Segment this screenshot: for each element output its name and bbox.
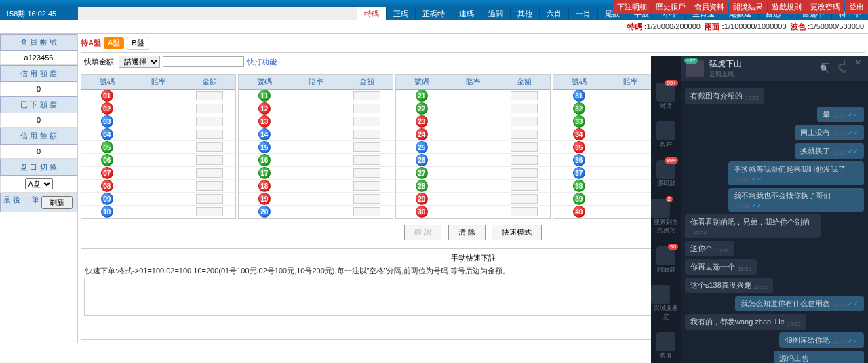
amount-input[interactable] (511, 207, 538, 216)
amount-input[interactable] (196, 194, 223, 204)
topnav-link[interactable]: 下注明細 (613, 0, 651, 14)
number-row[interactable]: 13 (239, 115, 393, 128)
amount-input[interactable] (196, 155, 223, 165)
amount-input[interactable] (196, 207, 223, 216)
ball-16[interactable]: 16 (258, 154, 271, 166)
amount-input[interactable] (511, 142, 538, 152)
fast-mode-button[interactable]: 快速模式 (492, 225, 542, 240)
number-row[interactable]: 27 (396, 167, 550, 180)
number-row[interactable]: 26 (396, 154, 550, 167)
confirm-button[interactable]: 確 認 (404, 225, 441, 240)
ball-12[interactable]: 12 (258, 102, 271, 115)
amount-input[interactable] (353, 117, 380, 126)
quickplay-link[interactable]: 快打功能 (247, 57, 277, 67)
number-row[interactable]: 06 (81, 154, 235, 167)
topnav-link[interactable]: 遊戲規則 (768, 0, 806, 14)
ball-37[interactable]: 37 (573, 167, 585, 179)
quickfill-input[interactable] (163, 56, 244, 67)
amount-input[interactable] (511, 104, 538, 113)
avatar[interactable]: +27 (686, 60, 704, 77)
ball-30[interactable]: 30 (416, 206, 428, 218)
minimize-icon[interactable]: — (822, 58, 829, 67)
number-row[interactable]: 28 (396, 180, 550, 193)
number-row[interactable]: 02 (81, 102, 235, 115)
ball-04[interactable]: 04 (101, 128, 113, 140)
topnav-link[interactable]: 開獎結果 (729, 0, 767, 14)
number-row[interactable]: 25 (396, 141, 550, 154)
ball-15[interactable]: 15 (258, 141, 271, 153)
ball-38[interactable]: 38 (573, 180, 585, 192)
refresh-button[interactable]: 刷新 (41, 196, 73, 209)
number-row[interactable]: 17 (239, 167, 393, 180)
ball-22[interactable]: 22 (416, 102, 428, 115)
number-row[interactable]: 30 (396, 206, 550, 218)
ball-19[interactable]: 19 (258, 193, 271, 205)
amount-input[interactable] (353, 207, 380, 216)
account-select[interactable]: A盘 (25, 178, 53, 189)
amount-input[interactable] (511, 194, 538, 204)
amount-input[interactable] (511, 181, 538, 191)
number-row[interactable]: 01 (81, 90, 235, 102)
chat-side-icon[interactable]: 2 (651, 199, 670, 218)
amount-input[interactable] (353, 104, 380, 113)
chat-side-icon[interactable]: 30 (656, 246, 675, 265)
game-tab[interactable]: 一肖 (568, 7, 597, 20)
number-row[interactable]: 09 (81, 193, 235, 206)
number-row[interactable]: 16 (239, 154, 393, 167)
ball-35[interactable]: 35 (573, 141, 585, 153)
chat-side-icon[interactable] (656, 121, 675, 140)
amount-input[interactable] (196, 181, 223, 191)
number-row[interactable]: 05 (81, 141, 235, 154)
number-row[interactable]: 07 (81, 167, 235, 180)
ball-14[interactable]: 14 (258, 128, 271, 140)
number-row[interactable]: 24 (396, 128, 550, 141)
amount-input[interactable] (353, 91, 380, 100)
number-row[interactable]: 10 (81, 206, 235, 218)
ball-25[interactable]: 25 (416, 141, 428, 153)
topnav-link[interactable]: 登出 (845, 0, 868, 14)
ball-23[interactable]: 23 (416, 115, 428, 128)
ball-10[interactable]: 10 (101, 206, 113, 218)
ball-13[interactable]: 13 (258, 115, 271, 128)
amount-input[interactable] (353, 168, 380, 178)
ball-11[interactable]: 11 (258, 90, 271, 102)
ball-39[interactable]: 39 (573, 193, 585, 205)
amount-input[interactable] (196, 117, 223, 126)
number-row[interactable]: 04 (81, 128, 235, 141)
amount-input[interactable] (353, 194, 380, 204)
ball-07[interactable]: 07 (101, 167, 113, 179)
ball-06[interactable]: 06 (101, 154, 113, 166)
amount-input[interactable] (511, 168, 538, 178)
amount-input[interactable] (511, 155, 538, 165)
a-panel-tab[interactable]: A盤 (104, 37, 124, 49)
ball-31[interactable]: 31 (573, 90, 585, 102)
game-tab[interactable]: 正碼特 (415, 7, 452, 20)
number-row[interactable]: 19 (239, 193, 393, 206)
number-row[interactable]: 15 (239, 141, 393, 154)
b-panel-tab[interactable]: B盤 (127, 37, 149, 50)
ball-34[interactable]: 34 (573, 128, 585, 140)
ball-18[interactable]: 18 (258, 180, 271, 192)
ball-03[interactable]: 03 (101, 115, 113, 128)
ball-40[interactable]: 40 (573, 206, 585, 218)
amount-input[interactable] (196, 142, 223, 152)
topnav-link[interactable]: 會員資料 (690, 0, 728, 14)
ball-36[interactable]: 36 (573, 154, 585, 166)
amount-input[interactable] (196, 104, 223, 113)
number-row[interactable]: 21 (396, 90, 550, 102)
amount-input[interactable] (353, 155, 380, 165)
number-row[interactable]: 23 (396, 115, 550, 128)
amount-input[interactable] (511, 91, 538, 100)
ball-08[interactable]: 08 (101, 180, 113, 192)
number-row[interactable]: 12 (239, 102, 393, 115)
ball-33[interactable]: 33 (573, 115, 585, 128)
number-row[interactable]: 22 (396, 102, 550, 115)
number-row[interactable]: 20 (239, 206, 393, 218)
chat-side-icon[interactable] (651, 285, 670, 304)
amount-input[interactable] (196, 91, 223, 100)
amount-input[interactable] (511, 117, 538, 126)
ball-32[interactable]: 32 (573, 102, 585, 115)
ball-17[interactable]: 17 (258, 167, 271, 179)
ball-09[interactable]: 09 (101, 193, 113, 205)
amount-input[interactable] (353, 130, 380, 139)
